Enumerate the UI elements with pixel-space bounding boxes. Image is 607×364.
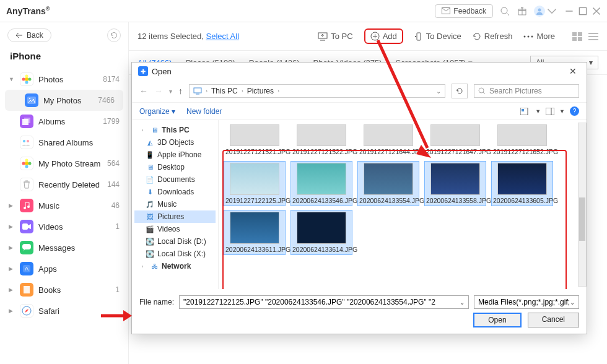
sidebar-item-label: Apps [38,264,57,274]
back-button[interactable]: Back [7,28,51,42]
dlg-tree-desktop[interactable]: 🖥Desktop [134,161,216,173]
svg-rect-14 [24,118,30,123]
chevron-down-icon: ⌄ [570,299,575,306]
sidebar-item-photo-stream[interactable]: My Photo Stream564 [0,153,128,174]
svg-point-16 [27,140,29,142]
path-breadcrumb[interactable]: › This PC› Pictures› ⌄ [189,84,445,98]
path-refresh-button[interactable] [452,84,468,98]
sidebar-item-recently-deleted[interactable]: Recently Deleted144 [0,174,128,195]
nav-recent-button[interactable]: ▾ [169,88,172,95]
sidebar-item-messages[interactable]: ▶Messages [0,237,128,258]
nav-back-button[interactable]: ← [139,86,148,96]
sidebar-item-photos[interactable]: ▼Photos8174 [0,69,128,90]
chevron-icon: ▼ [9,76,15,82]
view-mode-button[interactable] [520,108,530,115]
sidebar-item-count: 1 [115,285,120,294]
sidebar-item-label: My Photos [43,96,81,105]
help-button[interactable]: ? [570,106,579,116]
sidebar-refresh-button[interactable] [107,28,121,42]
sidebar-item-books[interactable]: ▶Books1 [0,279,128,300]
sidebar-item-videos[interactable]: ▶Videos1 [0,216,128,237]
organize-dropdown[interactable]: Organize ▾ [139,107,175,116]
filename-input[interactable]: "20191227122125.JPG" "20200624133546.JPG… [179,295,469,309]
refresh-button[interactable]: Refresh [473,32,513,41]
preview-pane-button[interactable] [546,108,554,115]
music-icon [20,199,33,212]
dlg-tree-network[interactable]: ›🖧Network [134,260,216,272]
file-item[interactable]: 20191227121522.JPG [290,123,352,157]
sidebar-item-my-photos[interactable]: My Photos7466 [5,90,123,111]
sidebar-item-label: Books [38,285,61,295]
svg-point-34 [528,35,530,37]
more-button[interactable]: More [523,32,555,41]
search-input[interactable]: Search Pictures [474,84,579,98]
sidebar-item-count: 564 [107,159,120,168]
file-item[interactable]: 20200624133605.JPG [491,161,553,206]
file-item[interactable]: 20200624133554.JPG [357,161,419,206]
dialog-close-button[interactable]: ✕ [566,65,580,77]
file-item[interactable]: 20200624133614.JPG [290,210,352,255]
filename: 20200624133546.JPG [292,197,351,204]
dlg-tree-disk-d[interactable]: 💽Local Disk (D:) [134,235,216,248]
scrollbar[interactable] [578,123,587,287]
svg-point-3 [538,8,541,11]
nav-forward-button[interactable]: → [154,86,163,96]
add-button[interactable]: Add [364,28,403,44]
to-device-button[interactable]: To Device [414,32,461,41]
disk-icon: 💽 [146,249,154,258]
sidebar-item-music[interactable]: ▶Music46 [0,195,128,216]
close-button[interactable] [592,7,601,15]
chevron-down-icon[interactable] [546,6,557,17]
cancel-button[interactable]: Cancel [528,313,579,327]
chevron-down-icon: ⌄ [460,299,465,306]
file-item[interactable]: 20191227121652.JPG [491,123,553,157]
sidebar-item-shared-albums[interactable]: Shared Albums [0,132,128,153]
minimize-button[interactable] [565,7,574,15]
user-avatar[interactable] [534,6,545,17]
feedback-button[interactable]: Feedback [435,4,493,18]
open-button[interactable]: Open [473,313,521,327]
sidebar-item-label: Albums [38,117,65,126]
new-folder-button[interactable]: New folder [186,107,222,116]
dlg-tree-documents[interactable]: 📄Documents [134,173,216,186]
dlg-tree-iphone-dev[interactable]: 📱Apple iPhone [134,149,216,161]
desktop-icon: 🖥 [146,163,154,171]
grid-view-button[interactable] [572,32,582,41]
to-pc-button[interactable]: To PC [318,32,352,41]
file-item[interactable]: 20191227121647.JPG [424,123,486,157]
file-item[interactable]: 20191227121644.JPG [357,123,419,157]
preview-pane-dropdown[interactable]: ▼ [559,108,565,115]
dlg-tree-downloads[interactable]: ⬇Downloads [134,186,216,198]
sidebar-item-apps[interactable]: ▶AApps [0,258,128,279]
file-item[interactable]: 20191227121521.JPG [224,123,286,157]
dlg-tree-pictures[interactable]: 🖼Pictures [134,210,216,223]
sidebar-item-albums[interactable]: Albums1799 [0,111,128,132]
dlg-tree-3d[interactable]: ◭3D Objects [134,136,216,149]
list-view-button[interactable] [588,32,598,41]
svg-point-22 [24,207,26,209]
vid-icon: 🎬 [146,225,154,233]
file-item[interactable]: 20200624133611.JPG [224,210,286,255]
file-item[interactable]: 20191227122125.JPG [224,161,286,206]
view-mode-dropdown[interactable]: ▼ [535,108,541,115]
maximize-button[interactable] [579,7,587,15]
select-all-link[interactable]: Select All [206,32,239,41]
svg-point-15 [23,140,25,142]
dlg-tree-videos-f[interactable]: 🎬Videos [134,223,216,235]
dialog-title: Open [152,67,172,76]
scrollbar-thumb[interactable] [579,197,585,241]
nav-up-button[interactable]: ↑ [178,86,183,96]
filetype-dropdown[interactable]: Media Files(*.png;*.jpg;*.gif;*.jp⌄ [474,295,579,309]
search-icon[interactable] [499,6,510,17]
gift-icon[interactable] [517,6,528,17]
svg-point-33 [524,35,526,37]
file-item[interactable]: 20200624133546.JPG [290,161,352,206]
filename: 20191227121644.JPG [359,148,417,155]
dlg-tree-this-pc[interactable]: ›🖥This PC [134,124,216,136]
dlg-tree-disk-x[interactable]: 💽Local Disk (X:) [134,248,216,260]
trash-icon [20,178,33,191]
music-icon: 🎵 [146,200,154,209]
svg-rect-36 [572,32,577,36]
file-item[interactable]: 20200624133558.JPG [424,161,486,206]
dlg-tree-music-f[interactable]: 🎵Music [134,198,216,210]
